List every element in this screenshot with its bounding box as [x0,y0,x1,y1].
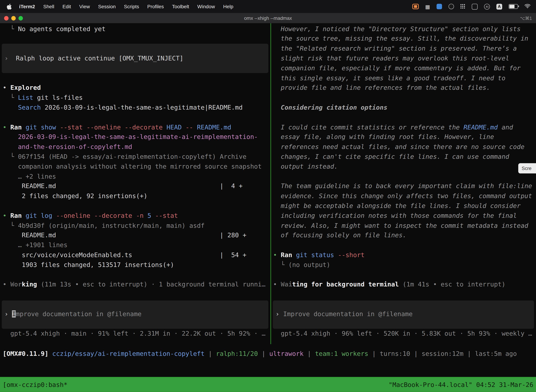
tmux-host-clock-label: "MacBook-Pro-44.local" 04:52 31-Mar-26 [389,381,533,388]
menu-item-shell[interactable]: Shell [43,4,54,9]
percent-badge-icon[interactable]: .61 [484,4,490,9]
terminal-line: including verification notes with those … [271,211,536,221]
menu-item-scripts[interactable]: Scripts [124,4,139,9]
window-title: omx --xhigh --madmax [0,15,536,21]
terminal-line: might be acceptable alongside the file l… [271,201,536,211]
terminal-line: essay file, along with finding root file… [271,132,536,142]
terminal-line: … +2 lines [0,172,270,182]
menu-item-iterm2[interactable]: iTerm2 [19,4,35,9]
thinking-heading: Considering citation options [271,103,536,112]
ran-command-line: • Ran git show --stat --oneline --decora… [0,122,270,132]
omx-status-bar: [OMX#0.11.9] cczip/essay/ai-reimplementa… [0,349,536,359]
ralph-loop-banner: › Ralph loop active continue [OMX_TMUX_I… [2,44,268,73]
terminal-line: evidence. Since this change only affects… [271,191,536,201]
screen: iTerm2ShellEditViewSessionScriptsProfile… [0,0,536,392]
agents-status-line: └ No agents completed yet [0,24,270,34]
terminal-line: └ 067f154 (HEAD -> essay/ai-reimplementa… [0,152,270,162]
terminal-line: └ List git ls-files [0,93,270,103]
menu-item-edit[interactable]: Edit [62,4,71,9]
tmux-session-label: [omx-cczip0:bash* [3,381,67,388]
menu-status-icons: ▦ .61 A [412,4,531,9]
terminal-line: README.md | 4 + [0,182,270,191]
menu-item-view[interactable]: View [79,4,90,9]
ran-command-line: • Ran git status --short [271,250,536,260]
apple-menu-icon[interactable] [7,3,12,9]
tmux-status-bar: [omx-cczip0:bash* "MacBook-Pro-44.local"… [0,377,536,392]
terminal-line: README.md | 280 + [0,231,270,240]
screen-recording-indicator-icon[interactable] [412,4,419,9]
terminal-line: └ (no output) [271,260,536,270]
input-source-icon[interactable]: A [496,4,502,9]
terminal-line: I could cite commit statistics or refere… [271,122,536,132]
terminal-line: and-the-erosion-of-copyleft.md [0,142,270,152]
omx-status-text: [OMX#0.11.9] cczip/essay/ai-reimplementa… [3,350,517,357]
terminal-line: src/voice/voiceModeEnabled.ts | 54 + [0,250,270,260]
terminal-line: of focusing solely on file lines. [271,231,536,240]
waiting-status-line: • Waiting for background terminal (1m 41… [271,280,536,289]
terminal-line: └ 4b9d30f (origin/main, instructkr/main,… [0,221,270,231]
terminal-line: companion file, especially if more comme… [271,63,536,73]
terminal-line: review. Also, I might want to inspect th… [271,221,536,231]
macos-menu-bar: iTerm2ShellEditViewSessionScriptsProfile… [0,0,536,13]
terminal-line: provide file and line references from th… [271,83,536,93]
terminal-line: 2 files changed, 92 insertions(+) [0,191,270,201]
menu-item-help[interactable]: Help [223,4,233,9]
terminal-line: the "Related research writing" section i… [271,44,536,54]
terminal-line: … +1901 lines [0,240,270,250]
grid-app-icon[interactable]: ▦ [425,4,430,9]
screen-overlay-button[interactable]: Scre [518,163,536,173]
terminal-line: 1903 files changed, 513517 insertions(+) [0,260,270,270]
terminal-pane-left[interactable]: └ No agents completed yet› Ralph loop ac… [0,23,270,344]
terminal-line: output instead. [271,162,536,172]
model-status-line: gpt-5.4 xhigh · main · 91% left · 2.31M … [0,329,270,339]
working-status-line: • Working (11m 13s • esc to interrupt) ·… [0,280,270,289]
app-icon[interactable] [472,4,478,9]
window-title-bar: omx --xhigh --madmax ⌥⌘1 [0,13,536,23]
menu-item-profiles[interactable]: Profiles [147,4,164,9]
blue-app-icon[interactable] [436,4,442,9]
menu-item-window[interactable]: Window [197,4,215,9]
battery-icon[interactable] [509,4,518,9]
terminal-pane-right[interactable]: However, I noticed the "Directory Struct… [271,23,536,344]
terminal-line: The team guideline is to back every impo… [271,182,536,191]
prompt-input[interactable]: › Improve documentation in @filename [273,300,534,329]
terminal-line: this single essay, it seems like a good … [271,73,536,83]
menu-item-session[interactable]: Session [98,4,116,9]
window-shortcut-label: ⌥⌘1 [520,15,532,21]
ran-command-line: • Ran git log --oneline --decorate -n 5 … [0,211,270,221]
terminal-line: changes, I can't cite specific file line… [271,152,536,162]
terminal-line: companion analysis without altering the … [0,162,270,172]
dark-app-icon[interactable] [449,4,454,9]
prompt-input[interactable]: › Improve documentation in @filename [2,300,268,329]
terminal-area: └ No agents completed yet› Ralph loop ac… [0,23,536,344]
terminal-line: slight risk that future readers may over… [271,54,536,63]
model-status-line: gpt-5.4 xhigh · 96% left · 520K in · 5.8… [271,329,536,339]
terminal-line: references need actual files, and since … [271,142,536,152]
menu-item-toolbelt[interactable]: Toolbelt [172,4,189,9]
wifi-icon[interactable] [524,4,531,9]
menu-items: iTerm2ShellEditViewSessionScriptsProfile… [19,4,233,9]
explored-header: • Explored [0,83,270,93]
dots-grid-icon[interactable] [460,4,465,9]
terminal-line: However, I noticed the "Directory Struct… [271,24,536,34]
terminal-line: Search 2026-03-09-is-legal-the-same-as-l… [0,103,270,112]
terminal-line: the source tree, missing the essay. Stil… [271,34,536,44]
terminal-line: 2026-03-09-is-legal-the-same-as-legitima… [0,132,270,142]
